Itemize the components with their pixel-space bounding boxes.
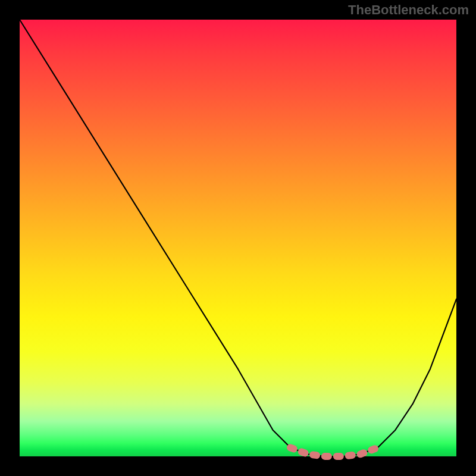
- chart-container: TheBottleneck.com: [0, 0, 476, 476]
- chart-svg: [20, 20, 456, 456]
- bottleneck-curve: [20, 20, 456, 456]
- optimal-range-highlight: [290, 447, 378, 456]
- watermark-text: TheBottleneck.com: [348, 2, 469, 18]
